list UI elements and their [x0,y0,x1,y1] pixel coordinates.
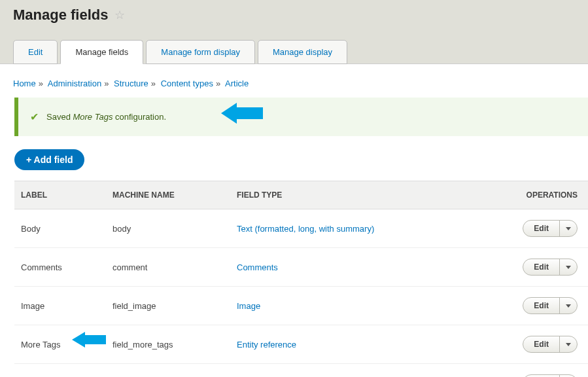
status-message: ✔ Saved More Tags configuration. [14,98,588,136]
dropbutton-toggle[interactable] [560,336,577,352]
operations-dropbutton: Edit [523,336,578,353]
table-row: BodybodyText (formatted, long, with summ… [14,209,588,248]
favorite-star-icon[interactable]: ☆ [114,8,125,22]
breadcrumb-administration[interactable]: Administration [48,79,101,88]
dropbutton-toggle[interactable] [560,221,577,236]
breadcrumb-home[interactable]: Home [13,79,36,88]
edit-button[interactable]: Edit [523,336,560,352]
col-machine-name: Machine name [106,181,230,209]
edit-button[interactable]: Edit [523,298,560,314]
annotation-arrow-icon [221,103,263,124]
operations-dropbutton: Edit [523,374,578,377]
col-label: Label [14,181,106,209]
dropbutton-toggle[interactable] [560,259,577,275]
field-label: More Tags [14,325,106,364]
field-machine-name: body [106,209,230,248]
tab-manage-form-display[interactable]: Manage form display [146,40,255,64]
field-machine-name: comment [106,248,230,287]
checkmark-icon: ✔ [30,111,39,123]
edit-button[interactable]: Edit [523,259,560,275]
field-label: Body [14,209,106,248]
table-row: Imagefield_imageImageEdit [14,287,588,325]
breadcrumb-article[interactable]: Article [225,79,249,88]
annotation-arrow-icon [72,332,106,348]
col-operations: Operations [503,181,588,209]
field-type-link[interactable]: Text (formatted, long, with summary) [237,224,374,234]
primary-tabs: Edit Manage fields Manage form display M… [13,40,575,64]
status-message-text: Saved More Tags configuration. [46,112,166,122]
status-suffix: configuration. [112,112,166,122]
field-type-link[interactable]: Entity reference [237,340,296,350]
table-row: Tagsfield_tagsEntity referenceEdit [14,364,588,378]
tab-edit[interactable]: Edit [13,40,58,64]
status-prefix: Saved [46,112,73,122]
field-type-link[interactable]: Image [237,301,260,311]
field-machine-name: field_image [106,287,230,325]
field-machine-name: field_more_tags [106,325,230,364]
chevron-down-icon [566,227,571,230]
field-label: Comments [14,248,106,287]
edit-button[interactable]: Edit [523,221,560,236]
chevron-down-icon [566,266,571,269]
field-type-link[interactable]: Comments [237,262,278,272]
field-label: Tags [14,364,106,378]
operations-dropbutton: Edit [523,259,578,276]
fields-table: Label Machine name Field type Operations… [14,181,588,377]
operations-dropbutton: Edit [523,220,578,237]
breadcrumb: Home» Administration» Structure» Content… [0,73,588,98]
add-field-button[interactable]: + Add field [14,149,84,170]
tab-manage-display[interactable]: Manage display [258,40,347,64]
operations-dropbutton: Edit [523,297,578,314]
breadcrumb-structure[interactable]: Structure [114,79,148,88]
chevron-down-icon [566,343,571,346]
dropbutton-toggle[interactable] [560,298,577,314]
table-row: More Tagsfield_more_tagsEntity reference… [14,325,588,364]
tab-manage-fields[interactable]: Manage fields [60,40,143,64]
field-label: Image [14,287,106,325]
page-title: Manage fields [13,7,108,24]
table-row: CommentscommentCommentsEdit [14,248,588,287]
status-emphasis: More Tags [73,112,112,122]
field-machine-name: field_tags [106,364,230,378]
chevron-down-icon [566,304,571,308]
col-field-type: Field type [230,181,503,209]
breadcrumb-content-types[interactable]: Content types [161,79,213,88]
